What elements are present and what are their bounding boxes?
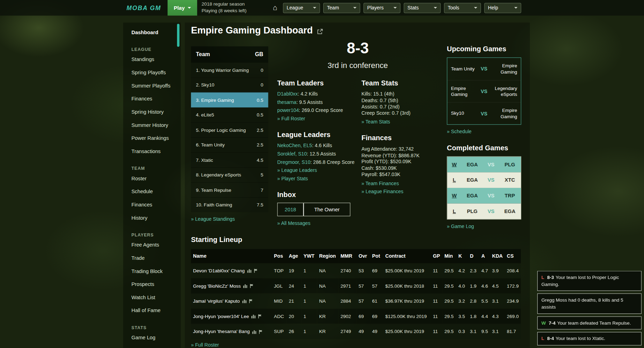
lineup-header-k[interactable]: K xyxy=(456,249,468,263)
player-name[interactable]: Devon 'D1abl0xx' Chang xyxy=(193,268,245,273)
lineup-header-pos[interactable]: Pos xyxy=(272,249,287,263)
flag-icon[interactable] xyxy=(254,268,258,273)
nav-menu-tools[interactable]: Tools xyxy=(444,3,481,13)
all-messages-link[interactable]: » All Messages xyxy=(277,220,310,226)
play-button[interactable]: Play xyxy=(168,0,197,16)
result-letter[interactable]: L xyxy=(447,177,461,183)
sidebar-item-power-rankings[interactable]: Power Rankings xyxy=(132,132,178,145)
standings-row[interactable]: 4. eLite50.5 xyxy=(191,107,268,122)
nav-menu-players[interactable]: Players xyxy=(363,3,400,13)
player-name[interactable]: Jong-Hyun 'power104' Lee xyxy=(193,314,249,319)
completed-game-row[interactable]: WEGAVSTRP xyxy=(447,188,521,204)
league-leaders-link[interactable]: » League Leaders xyxy=(277,167,317,173)
result-letter[interactable]: W xyxy=(447,193,461,198)
lineup-header-ywt[interactable]: YWT xyxy=(302,249,317,263)
sidebar-item-summer-history[interactable]: Summer History xyxy=(132,119,178,132)
league-finances-link[interactable]: » League Finances xyxy=(361,189,403,194)
lineup-header-a[interactable]: A xyxy=(479,249,490,263)
notification[interactable]: L8-4Your team lost to Xtatic. xyxy=(537,332,642,345)
sidebar-item-trade[interactable]: Trade xyxy=(132,251,178,265)
standings-row[interactable]: 7. Xtatic4.5 xyxy=(191,152,268,167)
completed-game-row[interactable]: LEGAVSXTC xyxy=(447,172,521,188)
player-name[interactable]: Jong-Hyun 'thesarna' Bang xyxy=(193,329,250,334)
sidebar-item-finances[interactable]: Finances xyxy=(132,198,178,211)
player-link[interactable]: thesarna xyxy=(277,99,296,105)
sidebar-item-game-log[interactable]: Game Log xyxy=(132,331,178,345)
standings-row[interactable]: 6. Team Unity2.5 xyxy=(191,137,268,152)
standings-row[interactable]: 1. Young Warrior Gaming0 xyxy=(191,62,268,77)
inbox-message[interactable]: 2018 The Owner xyxy=(277,203,350,216)
stats-icon[interactable] xyxy=(243,283,247,288)
player-link[interactable]: NekoChen, EL5 xyxy=(277,143,312,148)
lineup-row[interactable]: Gregg 'BioNicZz' MossJGL241NA29715757$25… xyxy=(191,278,521,294)
lineup-row[interactable]: Jamal 'virgilus' KaputoMID211NA28845761$… xyxy=(191,293,521,309)
notification[interactable]: W7-4Your team defeated Team Repulse. xyxy=(537,316,642,330)
notification[interactable]: Gregg Moss had 0 deaths, 8 kills and 5 a… xyxy=(537,294,642,314)
sidebar-item-dashboard[interactable]: Dashboard xyxy=(132,26,178,39)
player-name[interactable]: Jamal 'virgilus' Kaputo xyxy=(193,298,240,303)
lineup-header-pot[interactable]: Pot xyxy=(370,249,383,263)
standings-row[interactable]: 10. Faith Gaming7.5 xyxy=(191,197,268,212)
sidebar-item-prospects[interactable]: Prospects xyxy=(132,278,178,291)
completed-game-row[interactable]: LPLGVSEGA xyxy=(447,204,521,219)
full-roster-bottom-link[interactable]: » Full Roster xyxy=(191,342,219,348)
app-logo[interactable]: MOBA GM xyxy=(126,4,161,11)
sidebar-item-finances[interactable]: Finances xyxy=(132,92,178,106)
player-name[interactable]: Gregg 'BioNicZz' Moss xyxy=(193,283,241,288)
lineup-header-age[interactable]: Age xyxy=(287,249,301,263)
sidebar-item-hall-of-fame[interactable]: Hall of Fame xyxy=(132,304,178,317)
lineup-header-mmr[interactable]: MMR xyxy=(339,249,357,263)
sidebar-item-transactions[interactable]: Transactions xyxy=(132,145,178,158)
flag-icon[interactable] xyxy=(250,283,254,288)
standings-row[interactable]: 3. Empire Gaming0.5 xyxy=(191,92,268,107)
player-link[interactable]: power104 xyxy=(277,107,299,113)
notification[interactable]: L8-3Your team lost to Proper Logic Gamin… xyxy=(537,271,642,291)
sidebar-item-spring-history[interactable]: Spring History xyxy=(132,105,178,119)
result-letter[interactable]: L xyxy=(447,209,461,214)
league-standings-link[interactable]: » League Standings xyxy=(191,216,235,222)
stats-icon[interactable] xyxy=(251,314,256,319)
lineup-header-ovr[interactable]: Ovr xyxy=(356,249,370,263)
lineup-row[interactable]: Jong-Hyun 'power104' LeeADC201KR29026969… xyxy=(191,309,521,324)
sidebar-item-spring-playoffs[interactable]: Spring Playoffs xyxy=(132,66,178,79)
game-log-link[interactable]: » Game Log xyxy=(447,224,474,229)
flag-icon[interactable] xyxy=(249,298,253,303)
sidebar-scrollbar-thumb[interactable] xyxy=(177,24,179,47)
sidebar-item-history[interactable]: History xyxy=(132,211,178,225)
sidebar-item-roster[interactable]: Roster xyxy=(132,172,178,185)
sidebar-item-free-agents[interactable]: Free Agents xyxy=(132,239,178,252)
lineup-row[interactable]: Devon 'D1abl0xx' ChangTOP191NA27405369$2… xyxy=(191,263,521,278)
nav-menu-league[interactable]: League xyxy=(283,3,320,13)
nav-menu-team[interactable]: Team xyxy=(323,3,360,13)
stats-icon[interactable] xyxy=(242,298,246,303)
player-link[interactable]: Soroklef, S10 xyxy=(277,151,307,157)
lineup-header-region[interactable]: Region xyxy=(317,249,338,263)
flag-icon[interactable] xyxy=(259,329,263,334)
standings-row[interactable]: 8. Legendary eSports5 xyxy=(191,167,268,182)
external-link-icon[interactable] xyxy=(317,29,323,34)
stats-icon[interactable] xyxy=(247,268,251,273)
nav-menu-stats[interactable]: Stats xyxy=(404,3,441,13)
sidebar-item-summer-playoffs[interactable]: Summer Playoffs xyxy=(132,79,178,92)
player-link[interactable]: D1abl0xx xyxy=(277,91,298,97)
lineup-header-kda[interactable]: KDA xyxy=(490,249,505,263)
team-finances-link[interactable]: » Team Finances xyxy=(361,180,399,186)
schedule-link[interactable]: » Schedule xyxy=(447,129,472,134)
sidebar-item-standings[interactable]: Standings xyxy=(132,53,178,66)
nav-menu-help[interactable]: Help xyxy=(484,3,521,13)
sidebar-item-schedule[interactable]: Schedule xyxy=(132,185,178,198)
completed-game-row[interactable]: WEGAVSPLG xyxy=(447,157,521,172)
player-stats-link[interactable]: » Player Stats xyxy=(277,176,308,181)
lineup-header-cs[interactable]: CS xyxy=(505,249,521,263)
team-stats-link[interactable]: » Team Stats xyxy=(361,119,390,124)
lineup-header-gp[interactable]: GP xyxy=(431,249,442,263)
lineup-header-d[interactable]: D xyxy=(468,249,479,263)
lineup-header-name[interactable]: Name xyxy=(191,249,272,263)
standings-row[interactable]: 2. Sky100 xyxy=(191,77,268,92)
full-roster-link[interactable]: » Full Roster xyxy=(277,116,305,121)
lineup-header-min[interactable]: Min xyxy=(442,249,456,263)
flag-icon[interactable] xyxy=(258,314,262,319)
sidebar-item-trading-block[interactable]: Trading Block xyxy=(132,265,178,278)
standings-row[interactable]: 5. Proper Logic Gaming2.5 xyxy=(191,122,268,137)
lineup-header-contract[interactable]: Contract xyxy=(383,249,431,263)
